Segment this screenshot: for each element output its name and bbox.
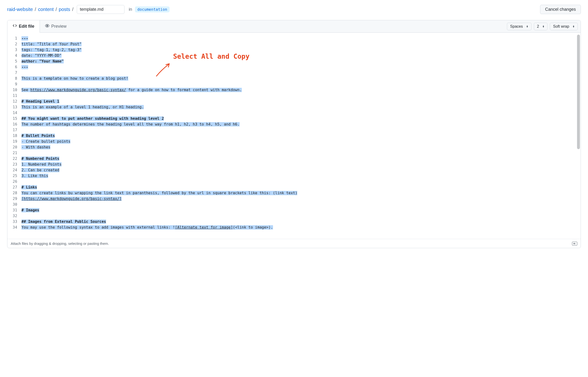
code-line[interactable]	[22, 70, 577, 76]
line-number: 30	[11, 202, 17, 207]
code-line[interactable]: # Numbered Points	[22, 156, 577, 162]
code-line[interactable]: The number of hashtags determines the he…	[22, 121, 577, 127]
tabs-row: Edit file Preview Spaces ▲▼ 2 ▲▼ Soft w	[7, 20, 581, 33]
breadcrumb-repo[interactable]: raid-website	[7, 7, 33, 12]
cancel-button[interactable]: Cancel changes	[540, 5, 581, 14]
line-number: 18	[11, 133, 17, 139]
code-line[interactable]: # Bullet Points	[22, 133, 577, 139]
code-line[interactable]: tags: "tag-1, tag-2, tag-3"	[22, 47, 577, 53]
attach-bar[interactable]: Attach files by dragging & dropping, sel…	[7, 239, 581, 248]
wrap-mode-select[interactable]: Soft wrap ▲▼	[550, 23, 578, 30]
code-line[interactable]	[22, 230, 577, 236]
line-number: 10	[11, 87, 17, 93]
code-line[interactable]: This is an example of a level 1 heading,…	[22, 104, 577, 110]
code-line[interactable]: ---	[22, 64, 577, 70]
code-line[interactable]: 1. Numbered Points	[22, 162, 577, 167]
code-line[interactable]	[22, 127, 577, 133]
line-number: 31	[11, 207, 17, 213]
code-line[interactable]: You may use the following syntax to add …	[22, 224, 577, 230]
line-number: 5	[11, 59, 17, 64]
wrap-mode-value: Soft wrap	[553, 24, 569, 29]
breadcrumb-dir-content[interactable]: content	[38, 7, 54, 12]
code-line[interactable]: # Links	[22, 184, 577, 190]
indent-size-select[interactable]: 2 ▲▼	[534, 23, 548, 30]
line-number: 14	[11, 110, 17, 116]
line-number: 23	[11, 162, 17, 167]
line-number: 25	[11, 173, 17, 179]
chevron-updown-icon: ▲▼	[543, 25, 545, 28]
line-number-gutter: 1234567891011121314151617181920212223242…	[7, 33, 21, 239]
filename-input[interactable]	[77, 5, 124, 14]
chevron-updown-icon: ▲▼	[573, 25, 575, 28]
breadcrumb-sep: /	[71, 7, 75, 12]
indent-mode-value: Spaces	[510, 24, 523, 29]
line-number: 9	[11, 81, 17, 87]
line-number: 21	[11, 150, 17, 156]
code-line[interactable]: author: "Your Name"	[22, 59, 577, 64]
line-number: 3	[11, 47, 17, 53]
code-line[interactable]: # Heading Level 1	[22, 99, 577, 104]
breadcrumb: raid-website / content / posts /	[7, 7, 75, 12]
line-number: 27	[11, 184, 17, 190]
code-line[interactable]: date: "YYYY-MM-DD"	[22, 53, 577, 59]
line-number: 34	[11, 224, 17, 230]
code-line[interactable]: See https://www.markdownguide.org/basic-…	[22, 87, 577, 93]
scrollbar-thumb[interactable]	[577, 35, 580, 149]
tab-preview[interactable]: Preview	[40, 20, 72, 33]
code-area[interactable]: Select All and Copy ---title: "Title of …	[21, 33, 581, 239]
line-number: 32	[11, 213, 17, 219]
code-line[interactable]: ## You might want to put another subhead…	[22, 116, 577, 121]
line-number: 1	[11, 35, 17, 41]
line-number: 15	[11, 116, 17, 121]
code-line[interactable]: This is a template on how to create a bl…	[22, 76, 577, 81]
line-number: 6	[11, 64, 17, 70]
code-icon	[13, 24, 17, 29]
in-label: in	[126, 7, 133, 12]
line-number: 4	[11, 53, 17, 59]
code-line[interactable]: 2. Can be created	[22, 167, 577, 173]
code-line[interactable]	[22, 179, 577, 184]
line-number: 12	[11, 99, 17, 104]
line-number: 19	[11, 139, 17, 144]
editor-toolbar: Spaces ▲▼ 2 ▲▼ Soft wrap ▲▼	[504, 20, 581, 33]
code-line[interactable]: - Create bullet points	[22, 139, 577, 144]
code-line[interactable]: title: "Title of Your Post"	[22, 41, 577, 47]
attach-hint: Attach files by dragging & dropping, sel…	[11, 241, 109, 246]
editor-panel: Edit file Preview Spaces ▲▼ 2 ▲▼ Soft w	[7, 20, 581, 248]
line-number: 29	[11, 196, 17, 202]
tab-edit-file[interactable]: Edit file	[7, 20, 40, 33]
code-line[interactable]	[22, 202, 577, 207]
header-row: raid-website / content / posts / in docu…	[7, 2, 581, 20]
line-number: 7	[11, 70, 17, 76]
line-number: 16	[11, 121, 17, 127]
line-number: 8	[11, 76, 17, 81]
indent-mode-select[interactable]: Spaces ▲▼	[507, 23, 531, 30]
breadcrumb-dir-posts[interactable]: posts	[59, 7, 70, 12]
eye-icon	[45, 24, 49, 29]
code-line[interactable]	[22, 213, 577, 219]
line-number: 11	[11, 93, 17, 99]
code-line[interactable]	[22, 110, 577, 116]
code-line[interactable]: # Images	[22, 207, 577, 213]
breadcrumb-sep: /	[54, 7, 58, 12]
chevron-updown-icon: ▲▼	[526, 25, 528, 28]
indent-size-value: 2	[537, 24, 539, 29]
line-number: 20	[11, 144, 17, 150]
line-number: 24	[11, 167, 17, 173]
branch-badge[interactable]: documentation	[135, 6, 170, 12]
line-number: 2	[11, 41, 17, 47]
breadcrumb-sep: /	[33, 7, 38, 12]
code-line[interactable]: You can create links bu wrapping the lin…	[22, 190, 577, 202]
markdown-icon[interactable]: M↓	[572, 242, 577, 246]
code-line[interactable]	[22, 81, 577, 87]
line-number: 28	[11, 190, 17, 196]
code-line[interactable]	[22, 150, 577, 156]
tab-preview-label: Preview	[51, 24, 67, 29]
line-number: 22	[11, 156, 17, 162]
code-line[interactable]: 3. Like this	[22, 173, 577, 179]
code-line[interactable]	[22, 93, 577, 99]
code-line[interactable]: ## Images from External Public Sources	[22, 219, 577, 224]
editor-body[interactable]: 1234567891011121314151617181920212223242…	[7, 33, 581, 239]
code-line[interactable]: ---	[22, 35, 577, 41]
code-line[interactable]: - With dashes	[22, 144, 577, 150]
